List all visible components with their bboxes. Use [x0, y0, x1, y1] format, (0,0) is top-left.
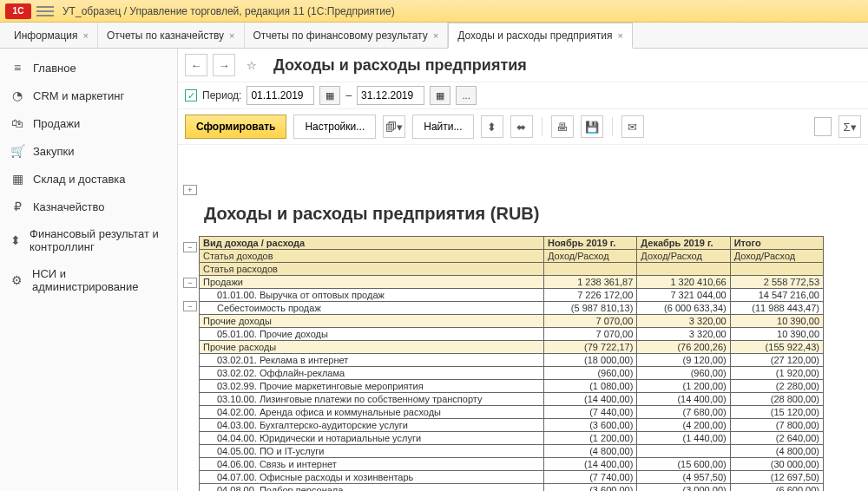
row-value: 7 070,00 [544, 315, 637, 328]
copy-dropdown-button[interactable]: 🗐▾ [383, 115, 405, 138]
forward-button[interactable]: → [213, 54, 235, 76]
close-icon[interactable]: × [617, 30, 622, 41]
period-more-button[interactable]: ... [456, 86, 477, 105]
table-row[interactable]: 04.07.00. Офисные расходы и хозинвентарь… [200, 471, 824, 484]
table-row[interactable]: 03.02.99. Прочие маркетинговые мероприят… [200, 380, 824, 393]
row-value: (30 000,00) [730, 458, 823, 471]
period-checkbox[interactable]: ✓ [185, 89, 197, 101]
table-row[interactable]: 04.03.00. Бухгалтерско-аудиторские услуг… [200, 419, 824, 432]
cell-value-input[interactable] [814, 117, 832, 136]
sidebar-item-warehouse[interactable]: ▦Склад и доставка [0, 165, 177, 193]
table-row[interactable]: 03.02.01. Реклама в интернет(18 000,00)(… [200, 354, 824, 367]
collapse-icon[interactable]: − [183, 242, 197, 252]
col-header: Итого [730, 237, 823, 250]
sum-button[interactable]: Σ▾ [838, 115, 861, 138]
sidebar-item-admin[interactable]: ⚙НСИ и администрирование [0, 260, 177, 300]
date-from-input[interactable] [247, 86, 314, 105]
row-label: 04.06.00. Связь и интернет [200, 458, 544, 471]
print-button[interactable]: 🖶 [551, 115, 574, 138]
dash: – [345, 89, 352, 101]
sidebar-item-label: Продажи [33, 117, 80, 130]
row-value: (11 988 443,47) [730, 302, 823, 315]
col-header: Ноябрь 2019 г. [544, 237, 637, 250]
tab-treasury[interactable]: Отчеты по казначейству × [98, 23, 245, 48]
row-value: (79 722,17) [544, 341, 637, 354]
close-icon[interactable]: × [229, 30, 234, 41]
table-row[interactable]: 04.04.00. Юридически и нотариальные услу… [200, 432, 824, 445]
period-label: Период: [202, 89, 241, 101]
sidebar-item-label: CRM и маркетинг [33, 89, 124, 102]
row-value: (6 000 633,34) [637, 302, 730, 315]
row-value: (15 600,00) [637, 458, 730, 471]
save-report-button[interactable]: 💾 [581, 115, 603, 138]
row-value: (7 440,00) [544, 406, 637, 419]
table-row[interactable]: 04.05.00. ПО и IT-услуги(4 800,00)(4 800… [200, 445, 824, 458]
row-label: 03.10.00. Лизинговые платежи по собствен… [200, 393, 544, 406]
app-logo: 1C [5, 3, 31, 19]
sidebar-item-main[interactable]: ≡Главное [0, 54, 177, 82]
row-label: Себестоимость продаж [200, 302, 544, 315]
row-value: 3 320,00 [637, 315, 730, 328]
tab-finresult[interactable]: Отчеты по финансовому результату × [245, 23, 449, 48]
row-value [637, 445, 730, 458]
generate-button[interactable]: Сформировать [185, 115, 286, 139]
calendar-icon[interactable]: ▦ [319, 86, 340, 105]
table-row[interactable]: 04.02.00. Аренда офиса и коммунальные ра… [200, 406, 824, 419]
settings-button[interactable]: Настройки... [293, 115, 376, 139]
row-value: 7 070,00 [544, 328, 637, 341]
tab-label: Отчеты по финансовому результату [253, 29, 428, 42]
row-label: 04.03.00. Бухгалтерско-аудиторские услуг… [200, 419, 544, 432]
content-toolbar: ← → ☆ Доходы и расходы предприятия [178, 49, 868, 82]
row-value: (7 800,00) [730, 419, 823, 432]
row-value: 10 390,00 [730, 315, 823, 328]
tab-info[interactable]: Информация × [5, 23, 98, 48]
table-row[interactable]: 05.01.00. Прочие доходы7 070,003 320,001… [200, 328, 824, 341]
table-row[interactable]: Продажи1 238 361,871 320 410,662 558 772… [200, 276, 824, 289]
row-label: 04.07.00. Офисные расходы и хозинвентарь [200, 471, 544, 484]
table-row[interactable]: 03.10.00. Лизинговые платежи по собствен… [200, 393, 824, 406]
row-label: 03.02.01. Реклама в интернет [200, 354, 544, 367]
sidebar-item-finresult[interactable]: ⬍Финансовый результат и контроллинг [0, 220, 177, 260]
back-button[interactable]: ← [185, 54, 207, 76]
row-label: 04.08.00. Подбор персонала [200, 484, 544, 492]
row-value: (76 200,26) [637, 341, 730, 354]
main-menu-icon[interactable] [36, 6, 54, 16]
close-icon[interactable]: × [82, 30, 88, 41]
row-value: (1 200,00) [544, 432, 637, 445]
row-value: (2 640,00) [730, 432, 823, 445]
table-row[interactable]: 03.02.02. Оффлайн-реклама(960,00)(960,00… [200, 367, 824, 380]
date-to-input[interactable] [357, 86, 424, 105]
expand-groups-button[interactable]: ⬍ [481, 115, 503, 138]
sidebar-item-crm[interactable]: ◔CRM и маркетинг [0, 82, 177, 109]
sidebar-item-treasury[interactable]: ₽Казначейство [0, 193, 177, 220]
expand-all-icon[interactable]: + [183, 185, 197, 195]
row-label: Прочие расходы [200, 341, 544, 354]
tabs-bar: Информация × Отчеты по казначейству × От… [0, 23, 868, 49]
collapse-groups-button[interactable]: ⬌ [510, 115, 533, 138]
table-row[interactable]: 04.08.00. Подбор персонала(3 600,00)(3 0… [200, 484, 824, 492]
table-row[interactable]: Прочие расходы(79 722,17)(76 200,26)(155… [200, 341, 824, 354]
report-area[interactable]: + Доходы и расходы предприятия (RUB) Вид… [178, 145, 868, 491]
collapse-icon[interactable]: − [183, 278, 197, 288]
table-row[interactable]: Себестоимость продаж(5 987 810,13)(6 000… [200, 302, 824, 315]
tab-income-expense[interactable]: Доходы и расходы предприятия × [448, 23, 633, 49]
table-row[interactable]: 01.01.00. Выручка от оптовых продаж7 226… [200, 289, 824, 302]
close-icon[interactable]: × [433, 30, 438, 41]
calendar-icon[interactable]: ▦ [430, 86, 450, 105]
table-row[interactable]: Прочие доходы7 070,003 320,0010 390,00 [200, 315, 824, 328]
collapse-icon[interactable]: − [183, 301, 197, 311]
star-icon[interactable]: ☆ [240, 54, 263, 76]
sidebar-item-sales[interactable]: 🛍Продажи [0, 109, 177, 137]
email-button[interactable]: ✉ [621, 115, 644, 138]
row-label: 04.05.00. ПО и IT-услуги [200, 445, 544, 458]
row-value: (4 800,00) [730, 445, 823, 458]
row-value: (14 400,00) [637, 393, 730, 406]
row-value: (1 080,00) [544, 380, 637, 393]
row-value: (4 800,00) [544, 445, 637, 458]
sidebar-item-label: Закупки [33, 145, 74, 158]
table-row[interactable]: 04.06.00. Связь и интернет(14 400,00)(15… [200, 458, 824, 471]
row-value: 7 321 044,00 [637, 289, 730, 302]
row-value: (960,00) [544, 367, 637, 380]
sidebar-item-purchases[interactable]: 🛒Закупки [0, 137, 177, 165]
find-button[interactable]: Найти... [412, 115, 473, 139]
